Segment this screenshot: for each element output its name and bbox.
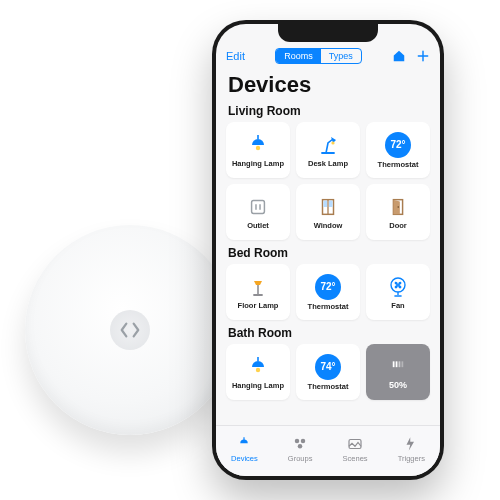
triggers-icon <box>402 435 420 453</box>
tile-label: Hanging Lamp <box>232 381 284 390</box>
tab-label: Triggers <box>398 454 425 463</box>
segment-types[interactable]: Types <box>321 49 361 63</box>
svg-rect-18 <box>396 361 398 367</box>
thermostat-icon: 74° <box>315 354 341 380</box>
tile-label: Thermostat <box>308 302 349 311</box>
door-icon <box>386 195 410 219</box>
svg-point-22 <box>301 439 306 444</box>
page-title: Devices <box>216 70 440 102</box>
svg-rect-2 <box>252 200 265 213</box>
home-icon[interactable] <box>392 49 406 63</box>
tab-scenes[interactable]: Scenes <box>343 435 368 463</box>
tab-label: Groups <box>288 454 313 463</box>
svg-rect-8 <box>329 200 333 206</box>
tab-groups[interactable]: Groups <box>288 435 313 463</box>
scenes-icon <box>346 435 364 453</box>
tile-door[interactable]: Door <box>366 184 430 240</box>
tile-hanging-lamp-bath[interactable]: Hanging Lamp <box>226 344 290 400</box>
bed-room-grid: Floor Lamp 72° Thermostat Fan <box>216 262 440 324</box>
tile-label: Floor Lamp <box>238 301 279 310</box>
tile-fan[interactable]: Fan <box>366 264 430 320</box>
groups-icon <box>291 435 309 453</box>
tile-label: Window <box>314 221 343 230</box>
tab-triggers[interactable]: Triggers <box>398 435 425 463</box>
svg-point-16 <box>256 367 260 371</box>
svg-point-23 <box>298 444 303 449</box>
svg-point-10 <box>397 206 399 208</box>
pendant-lamp-icon <box>246 133 270 157</box>
content-scroll[interactable]: Devices Living Room Hanging Lamp Desk La… <box>216 70 440 430</box>
svg-rect-17 <box>393 361 395 367</box>
floor-lamp-icon <box>246 275 270 299</box>
svg-point-1 <box>331 141 334 144</box>
tab-devices[interactable]: Devices <box>231 435 258 463</box>
tile-dimmer[interactable]: 50% <box>366 344 430 400</box>
pendant-lamp-icon <box>246 355 270 379</box>
segment-rooms[interactable]: Rooms <box>276 49 321 63</box>
tile-label: Door <box>389 221 407 230</box>
add-icon[interactable] <box>416 49 430 63</box>
svg-rect-20 <box>402 361 404 367</box>
tile-window[interactable]: Window <box>296 184 360 240</box>
devices-icon <box>235 435 253 453</box>
phone-notch <box>278 24 378 42</box>
svg-rect-7 <box>323 200 327 206</box>
svg-rect-3 <box>255 204 256 210</box>
tab-label: Devices <box>231 454 258 463</box>
tile-label: Hanging Lamp <box>232 159 284 168</box>
phone-screen: Edit Rooms Types Devices Living Room <box>216 24 440 476</box>
tile-outlet[interactable]: Outlet <box>226 184 290 240</box>
tab-label: Scenes <box>343 454 368 463</box>
tile-thermostat-lr[interactable]: 72° Thermostat <box>366 122 430 178</box>
fan-icon <box>386 275 410 299</box>
tile-label: Desk Lamp <box>308 159 348 168</box>
tile-thermostat-bath[interactable]: 74° Thermostat <box>296 344 360 400</box>
svg-rect-19 <box>399 361 401 367</box>
desk-lamp-icon <box>316 133 340 157</box>
view-segmented-control[interactable]: Rooms Types <box>275 48 362 64</box>
section-header-bed-room: Bed Room <box>216 244 440 262</box>
section-header-living-room: Living Room <box>216 102 440 120</box>
tile-label: Thermostat <box>378 160 419 169</box>
thermostat-icon: 72° <box>315 274 341 300</box>
tab-bar: Devices Groups Scenes Triggers <box>216 425 440 476</box>
edit-button[interactable]: Edit <box>226 50 245 62</box>
svg-point-0 <box>256 145 260 149</box>
phone-frame: Edit Rooms Types Devices Living Room <box>212 20 444 480</box>
svg-rect-4 <box>259 204 260 210</box>
thermostat-icon: 72° <box>385 132 411 158</box>
hardware-hub <box>25 225 235 435</box>
tile-label: Outlet <box>247 221 269 230</box>
tile-thermostat-br[interactable]: 72° Thermostat <box>296 264 360 320</box>
bath-room-grid: Hanging Lamp 74° Thermostat 50% <box>216 342 440 404</box>
tile-label: Thermostat <box>308 382 349 391</box>
dimmer-icon <box>386 354 410 378</box>
section-header-bath-room: Bath Room <box>216 324 440 342</box>
tile-floor-lamp[interactable]: Floor Lamp <box>226 264 290 320</box>
tile-desk-lamp[interactable]: Desk Lamp <box>296 122 360 178</box>
tile-hanging-lamp[interactable]: Hanging Lamp <box>226 122 290 178</box>
tile-label: 50% <box>389 380 407 390</box>
hub-logo-icon <box>119 319 141 341</box>
tile-label: Fan <box>391 301 404 310</box>
outlet-icon <box>246 195 270 219</box>
svg-point-21 <box>295 439 300 444</box>
living-room-grid: Hanging Lamp Desk Lamp 72° Thermostat <box>216 120 440 244</box>
window-icon <box>316 195 340 219</box>
